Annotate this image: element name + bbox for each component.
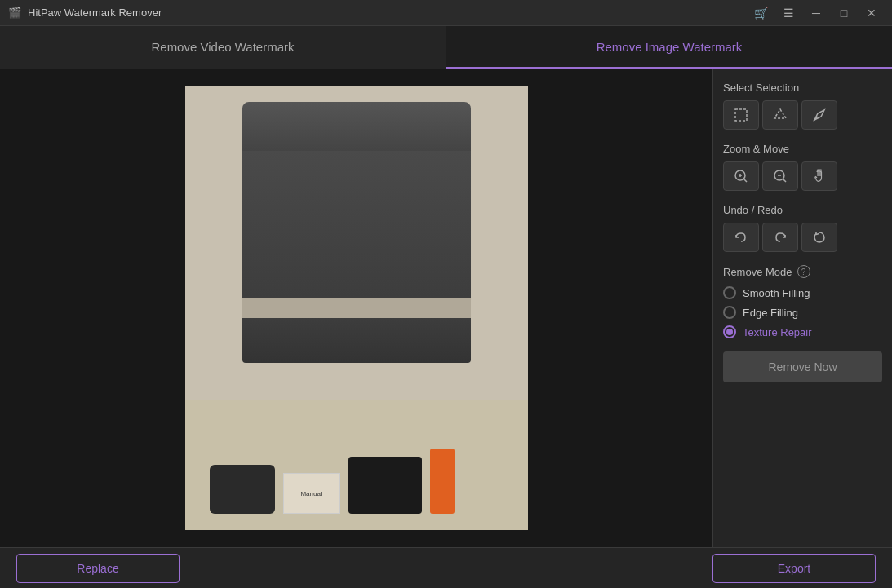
zoom-move-tools xyxy=(723,161,882,191)
help-icon[interactable]: ? xyxy=(797,265,810,278)
select-selection-tools xyxy=(723,100,882,130)
app-title: HitPaw Watermark Remover xyxy=(28,7,162,19)
redo-button[interactable] xyxy=(762,223,798,252)
zoom-in-button[interactable] xyxy=(723,161,759,191)
remove-mode-header: Remove Mode ? xyxy=(723,265,882,278)
smooth-filling-radio[interactable] xyxy=(723,286,736,299)
cart-button[interactable]: 🛒 xyxy=(748,3,773,23)
edge-filling-radio[interactable] xyxy=(723,306,736,319)
poly-select-icon xyxy=(772,107,788,123)
canvas-area[interactable]: Manual xyxy=(0,69,712,547)
undo-icon xyxy=(733,229,749,245)
pen-select-button[interactable] xyxy=(801,100,837,130)
texture-repair-radio[interactable] xyxy=(723,325,736,338)
edge-filling-option[interactable]: Edge Filling xyxy=(723,306,882,319)
redo-icon xyxy=(772,229,788,245)
titlebar-controls: 🛒 ☰ ─ □ ✕ xyxy=(748,3,884,23)
zoom-out-icon xyxy=(772,168,788,184)
titlebar: 🎬 HitPaw Watermark Remover 🛒 ☰ ─ □ ✕ xyxy=(0,0,892,26)
svg-line-6 xyxy=(744,179,748,183)
remove-mode-label: Remove Mode xyxy=(723,266,792,278)
select-selection-label: Select Selection xyxy=(723,82,882,94)
export-button[interactable]: Export xyxy=(712,554,876,583)
zoom-move-label: Zoom & Move xyxy=(723,143,882,155)
menu-button[interactable]: ☰ xyxy=(776,3,801,23)
cooler-top xyxy=(242,102,471,151)
undo-redo-label: Undo / Redo xyxy=(723,204,882,216)
reset-icon xyxy=(811,229,828,245)
smooth-filling-option[interactable]: Smooth Filling xyxy=(723,286,882,299)
select-selection-section: Select Selection xyxy=(723,82,882,130)
undo-redo-section: Undo / Redo xyxy=(723,204,882,252)
cooler-stripe xyxy=(242,298,471,318)
minimize-button[interactable]: ─ xyxy=(804,3,828,23)
poly-select-button[interactable] xyxy=(762,100,798,130)
texture-repair-option[interactable]: Texture Repair xyxy=(723,325,882,338)
tab-bar: Remove Video Watermark Remove Image Wate… xyxy=(0,26,892,69)
reset-button[interactable] xyxy=(801,223,837,252)
rect-select-button[interactable] xyxy=(723,100,759,130)
tab-remove-image[interactable]: Remove Image Watermark xyxy=(446,26,892,69)
cooler-body xyxy=(242,102,471,363)
zoom-move-section: Zoom & Move xyxy=(723,143,882,191)
pan-icon xyxy=(811,168,828,184)
smooth-filling-label: Smooth Filling xyxy=(743,287,810,299)
pen-select-icon xyxy=(811,107,828,123)
edge-filling-label: Edge Filling xyxy=(743,307,798,319)
pan-button[interactable] xyxy=(801,161,837,191)
rect-select-icon xyxy=(733,107,749,123)
undo-button[interactable] xyxy=(723,223,759,252)
accessories: Manual xyxy=(210,408,487,514)
right-panel: Select Selection xyxy=(712,69,892,547)
bottom-bar: Replace Export xyxy=(0,547,892,588)
maximize-button[interactable]: □ xyxy=(832,3,856,23)
titlebar-left: 🎬 HitPaw Watermark Remover xyxy=(8,7,162,19)
svg-marker-1 xyxy=(774,109,786,118)
replace-button[interactable]: Replace xyxy=(16,554,180,583)
remove-mode-section: Remove Mode ? Smooth Filling Edge Fillin… xyxy=(723,265,882,382)
acc-tool xyxy=(430,449,455,514)
svg-rect-0 xyxy=(735,109,747,121)
app-icon: 🎬 xyxy=(8,7,21,19)
texture-repair-label: Texture Repair xyxy=(743,326,812,338)
zoom-in-icon xyxy=(733,168,749,184)
product-image: Manual xyxy=(185,86,528,530)
main-content: Manual Select Selection xyxy=(0,69,892,547)
close-button[interactable]: ✕ xyxy=(859,3,884,23)
acc-coil xyxy=(348,457,422,514)
acc-cable xyxy=(210,465,275,514)
svg-line-9 xyxy=(783,179,787,183)
remove-now-button[interactable]: Remove Now xyxy=(723,351,882,382)
cooler-middle xyxy=(242,151,471,298)
tab-remove-video[interactable]: Remove Video Watermark xyxy=(0,26,446,69)
zoom-out-button[interactable] xyxy=(762,161,798,191)
undo-redo-tools xyxy=(723,223,882,252)
cooler-bottom xyxy=(242,318,471,363)
acc-manual: Manual xyxy=(283,473,340,514)
